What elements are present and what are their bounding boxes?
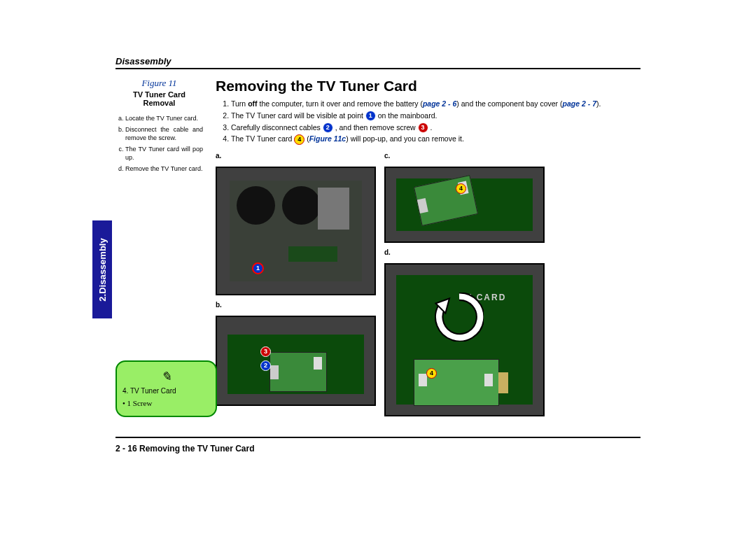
instruction-step: Turn off the computer, turn it over and … bbox=[231, 99, 640, 110]
instruction-step: The TV Tuner card will be visible at poi… bbox=[231, 111, 640, 122]
photo-callout-3: 3 bbox=[260, 346, 271, 357]
page-footer: 2 - 16 Removing the TV Tuner Card bbox=[115, 444, 254, 454]
figure-steps-list: Locate the TV Tuner card. Disconnect the… bbox=[115, 114, 203, 174]
photo-label-c: c. bbox=[384, 152, 545, 160]
callout-2: 2 bbox=[323, 122, 333, 133]
figure-step: Remove the TV Tuner card. bbox=[125, 164, 203, 174]
callout-4: 4 bbox=[294, 134, 304, 145]
photo-b: 2 3 bbox=[216, 316, 376, 406]
callout-3: 3 bbox=[418, 122, 428, 133]
photo-label-b: b. bbox=[216, 301, 376, 309]
photo-callout-4b: 4 bbox=[426, 368, 437, 379]
photo-c: 4 bbox=[384, 167, 545, 243]
page-ref-link[interactable]: page 2 - 7 bbox=[563, 99, 596, 108]
figure-label: Figure 11 bbox=[115, 78, 203, 89]
figure-step: Disconnect the cable and remove the scre… bbox=[125, 125, 203, 143]
note-box: ✎ 4. TV Tuner Card • 1 Screw bbox=[115, 360, 217, 417]
note-bullet: • 1 Screw bbox=[122, 399, 210, 407]
photo-callout-1: 1 bbox=[252, 262, 264, 274]
note-item: 4. TV Tuner Card bbox=[122, 387, 210, 395]
instruction-step: Carefully disconnect cables 2 , and then… bbox=[231, 122, 640, 134]
figure-step: The TV Tuner card will pop up. bbox=[125, 145, 203, 162]
instruction-list: Turn off the computer, turn it over and … bbox=[216, 99, 640, 145]
figure-step: Locate the TV Tuner card. bbox=[125, 114, 203, 123]
photo-callout-2: 2 bbox=[260, 360, 271, 371]
instruction-step: The TV Tuner card 4 (Figure 11c) will po… bbox=[231, 134, 640, 145]
photo-d: TV CARD 4 bbox=[384, 263, 545, 416]
rotate-arrow-icon bbox=[435, 293, 484, 342]
page-ref-link[interactable]: page 2 - 6 bbox=[423, 99, 456, 108]
photo-a: 1 bbox=[216, 167, 376, 295]
photo-label-a: a. bbox=[216, 152, 376, 160]
photo-callout-4: 4 bbox=[456, 183, 466, 194]
photo-label-d: d. bbox=[384, 248, 545, 256]
pencil-icon: ✎ bbox=[122, 369, 210, 384]
callout-1: 1 bbox=[365, 111, 376, 121]
page-title: Removing the TV Tuner Card bbox=[216, 78, 640, 94]
footer-rule bbox=[115, 437, 640, 438]
section-header: Disassembly bbox=[115, 56, 640, 69]
chapter-tab: 2.Disassembly bbox=[92, 220, 112, 318]
figure-title: TV Tuner Card Removal bbox=[115, 90, 203, 107]
figure-ref-link[interactable]: Figure 11c bbox=[309, 134, 346, 143]
